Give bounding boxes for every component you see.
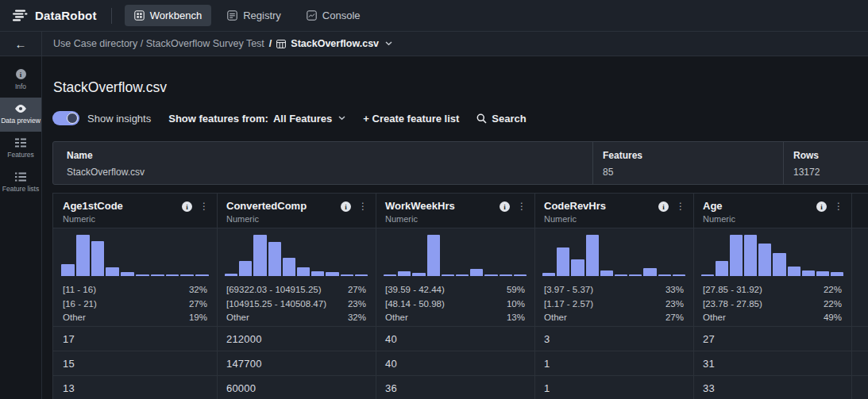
column-type: Numeric [703, 214, 735, 224]
breadcrumb-current-dataset[interactable]: StackOverflow.csv [276, 38, 392, 49]
stat-pct: 22% [824, 299, 842, 309]
features-icon [15, 138, 26, 148]
column-header-age1stcode: Age1stCode Numeric i ⋮ [53, 194, 217, 228]
cell: 40 [376, 327, 534, 351]
summary-divider [592, 142, 593, 184]
search-icon [476, 113, 487, 124]
breadcrumb-current-label: StackOverflow.csv [291, 38, 379, 49]
brand-name: DataRobot [35, 9, 97, 22]
info-icon[interactable]: i [658, 201, 669, 212]
summary-name-label: Name [67, 150, 145, 161]
kebab-menu-icon[interactable]: ⋮ [676, 201, 685, 212]
column-name: WorkWeekHrs [385, 200, 455, 212]
create-feature-list-label: + Create feature list [363, 113, 459, 125]
cell: 40 [376, 351, 534, 376]
stat-range: [16 - 21) [63, 299, 97, 309]
show-insights-toggle[interactable] [52, 111, 79, 125]
kebab-menu-icon[interactable]: ⋮ [517, 201, 527, 212]
histogram-age [701, 235, 843, 276]
cell: 33 [693, 376, 851, 399]
sidebar-item-feature-lists[interactable]: Feature lists [0, 166, 41, 200]
registry-icon [227, 10, 237, 21]
info-icon[interactable]: i [182, 201, 192, 212]
stat-pct: 23% [665, 299, 684, 309]
info-icon[interactable]: i [816, 201, 827, 212]
stat-pct: 10% [507, 299, 525, 309]
summary-divider [783, 142, 784, 184]
column-stats: [69322.03 - 104915.25)27% [104915.25 - 1… [217, 279, 376, 327]
cell: 13 [53, 376, 217, 399]
sidebar-item-data-preview[interactable]: Data preview [0, 98, 41, 132]
nav-item-console[interactable]: Console [297, 5, 370, 26]
stat-range: [27.85 - 31.92) [703, 285, 762, 294]
info-icon[interactable]: i [341, 201, 351, 212]
kebab-menu-icon[interactable]: ⋮ [834, 201, 843, 212]
toggle-knob [67, 113, 78, 124]
nav-item-workbench[interactable]: Workbench [125, 5, 212, 26]
create-feature-list-button[interactable]: + Create feature list [363, 113, 459, 125]
sidebar-item-features[interactable]: Features [0, 132, 41, 166]
stat-pct: 33% [665, 285, 684, 294]
stat-range: Other [226, 313, 249, 322]
toolbar: Show insights Show features from: All Fe… [52, 110, 527, 126]
summary-rows-value: 13172 [793, 167, 820, 178]
datarobot-app: { "colors": { "accent": "#8d9df1", "bar"… [0, 0, 868, 399]
table-icon [276, 40, 286, 48]
stat-range: Other [63, 313, 86, 322]
column-name: Age1stCode [63, 200, 123, 212]
console-icon [307, 10, 317, 21]
nav-item-label: Workbench [150, 10, 203, 21]
column-header-age: Age Numeric i ⋮ [693, 194, 851, 228]
stat-pct: 49% [824, 313, 842, 322]
cell: 60000 [217, 376, 376, 399]
stat-pct: 27% [348, 285, 366, 294]
stats-band: [11 - 16)32% [16 - 21)27% Other19% [6932… [53, 279, 868, 327]
features-from-dropdown[interactable]: Show features from: All Features [168, 113, 345, 125]
column-type: Numeric [544, 214, 606, 224]
histogram-coderevhrs [542, 235, 685, 276]
cell: 147700 [217, 351, 376, 376]
kebab-menu-icon[interactable]: ⋮ [199, 201, 209, 212]
datarobot-logo-icon [13, 10, 28, 22]
column-divider [217, 194, 218, 399]
search-label: Search [492, 113, 526, 125]
table-row: 15 147700 40 1 31 [53, 351, 868, 376]
info-icon[interactable]: i [500, 201, 510, 212]
feature-lists-icon [15, 172, 26, 182]
column-header-convertedcomp: ConvertedComp Numeric i ⋮ [217, 194, 376, 228]
column-type: Numeric [226, 214, 307, 224]
data-preview-grid: Age1stCode Numeric i ⋮ ConvertedComp Num… [52, 193, 868, 399]
column-name: CodeRevHrs [544, 200, 606, 212]
breadcrumb: Use Case directory / StackOverflow Surve… [42, 32, 392, 56]
back-button[interactable]: ← [0, 32, 42, 56]
features-from-label: Show features from: [168, 113, 268, 125]
breadcrumb-path[interactable]: Use Case directory / StackOverflow Surve… [53, 38, 264, 49]
cell: 36 [376, 376, 534, 399]
breadcrumb-bar: ← Use Case directory / StackOverflow Sur… [0, 32, 868, 56]
datarobot-logo[interactable]: DataRobot [13, 9, 97, 22]
kebab-menu-icon[interactable]: ⋮ [358, 201, 368, 212]
stat-pct: 59% [507, 285, 525, 294]
dataset-summary-card: Name StackOverflow.csv Features 85 Rows … [52, 141, 868, 185]
summary-rows: Rows 13172 [793, 150, 820, 178]
stat-range: [11 - 16) [63, 285, 96, 294]
grid-header-band: Age1stCode Numeric i ⋮ ConvertedComp Num… [53, 194, 868, 228]
info-icon: i [16, 69, 26, 79]
sidebar-item-info[interactable]: i Info [0, 63, 41, 98]
stat-pct: 27% [189, 299, 207, 309]
back-arrow-icon: ← [15, 37, 27, 51]
histogram-workweekhrs [384, 235, 527, 276]
summary-name: Name StackOverflow.csv [67, 150, 145, 178]
stat-range: Other [385, 313, 408, 322]
stat-pct: 22% [824, 285, 842, 294]
chevron-down-icon [385, 41, 392, 46]
nav-item-registry[interactable]: Registry [218, 5, 291, 26]
column-stats: [11 - 16)32% [16 - 21)27% Other19% [53, 279, 217, 327]
histogram-band [53, 228, 868, 279]
chevron-down-icon [338, 116, 345, 121]
column-divider [534, 194, 535, 399]
column-stats: [39.59 - 42.44)59% [48.14 - 50.98)10% Ot… [376, 279, 534, 327]
cell: 1 [534, 376, 693, 399]
stat-pct: 13% [507, 313, 525, 322]
search-button[interactable]: Search [476, 113, 526, 125]
